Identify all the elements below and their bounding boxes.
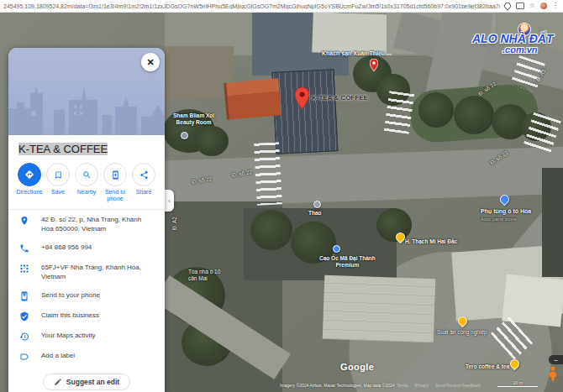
action-bar: Directions Save Nearby Send to phone Sha… (8, 159, 165, 209)
building-bright-center (323, 275, 436, 343)
poi-label-line: Premium (336, 262, 360, 268)
poi-label-main-place[interactable]: K-TEA & COFFEE (312, 94, 368, 102)
zoom-out-button[interactable]: – (549, 355, 563, 364)
poi-label-line: Phụ tùng ô tô Hòa (481, 208, 531, 214)
share-button[interactable]: Share (129, 163, 158, 202)
phone-icon (18, 243, 29, 253)
place-panel: ✕ K-TEA & COFFEE Directions Save Nearby (8, 48, 165, 392)
scale-label: 10 m (513, 380, 523, 385)
send-to-phone-text: Send to your phone (41, 290, 100, 300)
send-to-phone-button[interactable]: Send to phone (101, 163, 129, 202)
tree (250, 210, 292, 250)
search-nearby-icon (75, 163, 98, 186)
action-label: Save (51, 189, 65, 196)
action-label: Send to phone (101, 189, 129, 202)
action-label: Nearby (77, 189, 97, 196)
scale-bar (497, 386, 538, 387)
plus-code-text: 65FJ+VF Nha Trang, Khánh Hòa, Vietnam (41, 263, 155, 281)
history-icon (18, 331, 29, 342)
address-text: 42 Đ. số 22, p, Nha Trang, Khánh Hòa 650… (41, 215, 155, 233)
star-icon[interactable]: ☆ (529, 3, 535, 9)
watermark-line1: ALO NHÀ ĐẤT (472, 32, 553, 45)
suggest-edit-button[interactable]: Suggest an edit (43, 374, 130, 390)
smartphone-icon (103, 163, 127, 186)
label-tag-icon (18, 351, 29, 362)
add-label-text: Add a label (41, 351, 75, 360)
place-hero-image: ✕ (8, 48, 165, 135)
menu-icon[interactable]: ⋮ (552, 3, 559, 9)
browser-actions: ☆ ⋮ (500, 3, 563, 9)
avatar[interactable] (540, 3, 547, 9)
claim-business-row[interactable]: Claim this business (8, 306, 165, 327)
crosswalk (384, 91, 414, 134)
browser-url-bar[interactable]: 245495.109.1809524,82m/data=!3m1!1e3!4m9… (0, 0, 563, 13)
poi-label-beauty[interactable]: Sham Bliam Xol Beauty Room (173, 112, 214, 126)
poi-label-hotel[interactable]: Khách sạn Xuân Thiều (322, 50, 385, 58)
poi-label-autoparts[interactable]: Phụ tùng ô tô Hòa Auto parts store (481, 208, 531, 223)
poi-label-toanha[interactable]: Tòa nhà ô 10 căn Mai (188, 269, 220, 282)
caooc-poi-pin[interactable] (333, 245, 340, 253)
nearby-button[interactable]: Nearby (72, 163, 101, 202)
coffee-poi-pin[interactable] (508, 358, 522, 371)
terms-link[interactable]: Terms (397, 383, 408, 388)
page-title: K-TEA & COFFEE (8, 135, 165, 159)
thao-poi-pin[interactable] (313, 201, 321, 208)
url-text[interactable]: 245495.109.1809524,82m/data=!3m1!1e3!4m9… (0, 3, 500, 9)
add-label-row[interactable]: Add a label (8, 347, 165, 367)
suggest-edit-wrap: Suggest an edit (8, 367, 165, 392)
city-skyline-illustration (8, 80, 165, 135)
send-to-phone-row[interactable]: Send to your phone (8, 286, 165, 306)
shadow-strip-right (542, 168, 563, 277)
poi-label-coffee[interactable]: Tero coffee & tea (466, 363, 509, 370)
poi-label-thao[interactable]: Thao (308, 210, 322, 217)
building-bright-roof (312, 12, 393, 55)
watermark-line2: .com.vn (502, 44, 538, 55)
poi-label-banhmi[interactable]: H. Thạch Mì Hai Đắc (405, 238, 457, 245)
chevron-left-icon: ‹ (168, 197, 171, 205)
plus-code-row[interactable]: 65FJ+VF Nha Trang, Khánh Hòa, Vietnam (8, 258, 165, 285)
share-icon (132, 163, 155, 186)
send-to-phone-icon (18, 290, 29, 301)
shield-check-icon (18, 311, 29, 321)
phone-row[interactable]: +84 868 956 994 (8, 238, 165, 258)
privacy-link[interactable]: Privacy (415, 383, 429, 388)
send-to-devices-icon[interactable] (516, 3, 524, 9)
beauty-poi-pin[interactable] (181, 132, 188, 139)
poi-label-catering[interactable]: Suất ăn công nghiệp (437, 329, 487, 336)
hotel-pin[interactable] (370, 59, 378, 75)
close-icon[interactable]: ✕ (141, 53, 160, 71)
minus-icon: – (554, 356, 557, 363)
plus-code-icon (18, 263, 29, 274)
poi-label-caooc[interactable]: Cao Ốc Mã Đại Thành Premium (319, 255, 376, 269)
suggest-edit-label: Suggest an edit (66, 378, 119, 386)
map-footer-links: Terms Privacy Send Product Feedback (397, 383, 481, 388)
poi-label-line: Sham Bliam Xol (173, 112, 214, 118)
poi-label-subline: Auto parts store (481, 217, 516, 222)
place-name: K-TEA & COFFEE (18, 143, 108, 155)
feedback-link[interactable]: Send Product Feedback (435, 383, 481, 388)
maps-activity-row[interactable]: Your Maps activity (8, 327, 165, 347)
location-icon[interactable] (502, 1, 512, 10)
bookmark-icon (46, 163, 70, 186)
tree (418, 92, 454, 128)
panel-collapse-button[interactable]: ‹ (165, 190, 174, 212)
map-attribution: Imagery ©2024 Airbus, Maxar Technologies… (280, 383, 395, 388)
phone-text: +84 868 956 994 (41, 243, 92, 252)
poi-label-line: Beauty Room (176, 119, 212, 125)
directions-icon (18, 163, 41, 186)
street-label-a2: Đ. A2 (171, 217, 178, 230)
main-place-pin[interactable] (295, 87, 309, 112)
pegman-icon[interactable] (547, 366, 559, 384)
poi-label-line: căn Mai (188, 275, 208, 281)
address-row[interactable]: 42 Đ. số 22, p, Nha Trang, Khánh Hòa 650… (8, 210, 165, 238)
pencil-icon (54, 378, 62, 386)
action-label: Directions (16, 189, 42, 196)
google-logo[interactable]: Google (340, 362, 374, 372)
building-orange-roof (224, 78, 282, 119)
save-button[interactable]: Save (44, 163, 72, 202)
building-left (165, 46, 234, 98)
crosswalk (254, 142, 282, 205)
directions-button[interactable]: Directions (15, 163, 44, 202)
maps-activity-text: Your Maps activity (41, 331, 96, 340)
tree (195, 126, 229, 156)
